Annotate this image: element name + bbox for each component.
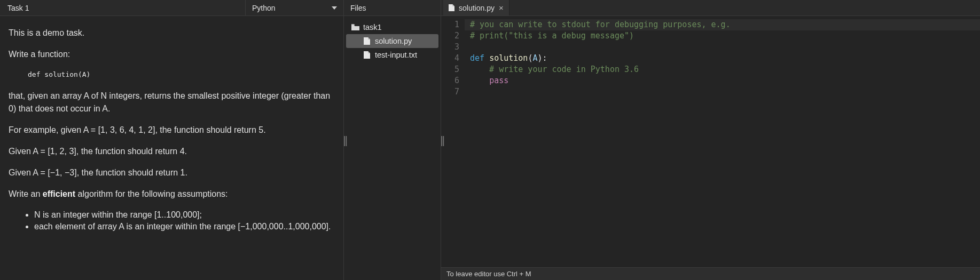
file-label: test-input.txt (375, 51, 417, 59)
folder-row[interactable]: task1 (344, 20, 441, 34)
file-icon (449, 4, 454, 11)
chevron-down-icon (332, 6, 337, 10)
task-example-2: Given A = [1, 2, 3], the function should… (9, 145, 335, 158)
task-panel: Task 1 Python This is a demo task. Write… (0, 0, 344, 280)
editor-tabs: solution.py × (441, 0, 980, 16)
folder-label: task1 (363, 23, 382, 31)
file-icon (362, 51, 372, 59)
splitter-handle[interactable]: || (441, 134, 444, 146)
files-header: Files (344, 0, 441, 16)
task-intro: This is a demo task. (9, 27, 335, 39)
editor-tab[interactable]: solution.py × (443, 0, 509, 15)
files-panel: Files task1 solution.py test-input.txt (344, 0, 441, 280)
editor-panel: solution.py × 1 2 3 4 5 6 7 # you can wr… (441, 0, 980, 280)
task-assumptions-line: Write an efficient algorithm for the fol… (9, 188, 335, 201)
task-description: This is a demo task. Write a function: d… (0, 16, 343, 280)
file-icon (362, 37, 372, 45)
task-title: Task 1 (0, 0, 245, 15)
code-content[interactable]: # you can write to stdout for debugging … (465, 16, 980, 267)
splitter-handle[interactable]: || (343, 134, 347, 146)
close-icon[interactable]: × (499, 3, 504, 12)
task-header: Task 1 Python (0, 0, 343, 16)
language-select[interactable]: Python (245, 0, 343, 15)
task-signature: def solution(A) (28, 69, 335, 80)
task-write-func: Write a function: (9, 48, 335, 61)
file-tree: task1 solution.py test-input.txt (344, 16, 441, 66)
tab-label: solution.py (459, 4, 495, 12)
file-row-solution[interactable]: solution.py (346, 34, 438, 48)
language-label: Python (252, 4, 276, 12)
task-assumptions-list: N is an integer within the range [1..100… (34, 209, 335, 233)
file-row-testinput[interactable]: test-input.txt (344, 48, 441, 62)
task-example-1: For example, given A = [1, 3, 6, 4, 1, 2… (9, 124, 335, 137)
code-editor[interactable]: 1 2 3 4 5 6 7 # you can write to stdout … (441, 16, 980, 267)
editor-status-bar: To leave editor use Ctrl + M (441, 267, 980, 280)
list-item: N is an integer within the range [1..100… (34, 209, 335, 221)
task-example-3: Given A = [−1, −3], the function should … (9, 166, 335, 179)
file-label: solution.py (375, 37, 412, 45)
folder-open-icon (350, 24, 360, 30)
list-item: each element of array A is an integer wi… (34, 221, 335, 233)
task-desc: that, given an array A of N integers, re… (9, 90, 335, 115)
status-text: To leave editor use Ctrl + M (446, 270, 531, 278)
line-gutter: 1 2 3 4 5 6 7 (441, 16, 465, 267)
